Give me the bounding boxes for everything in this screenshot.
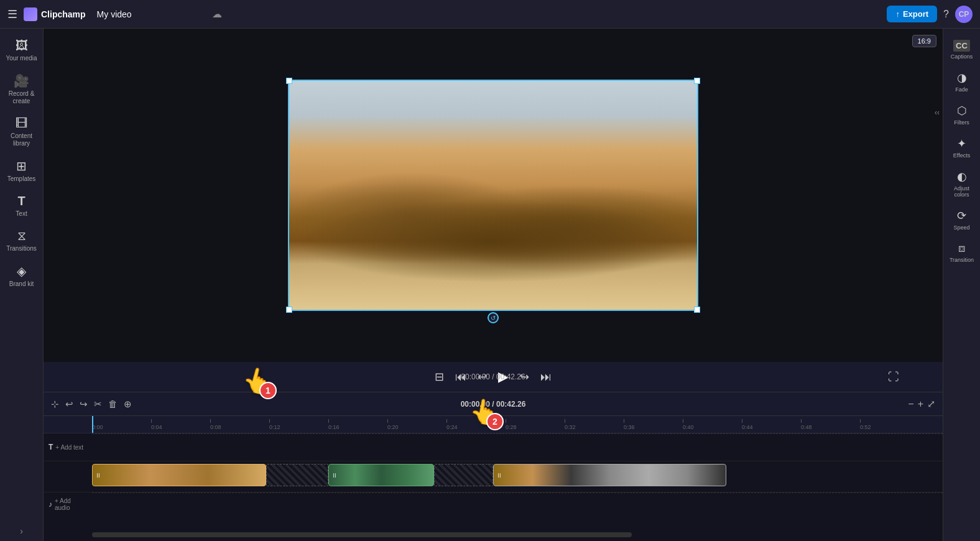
ruler-mark-16: 0:16 <box>328 424 387 430</box>
video-track-row: ⏸ ⏸ ⏸ 🗑 Delete this gap <box>44 461 943 492</box>
timeline-tracks: T + Add text ⏸ <box>44 433 943 529</box>
clip1-pause-icon[interactable]: ⏸ <box>95 472 101 479</box>
avatar[interactable]: CP <box>955 6 973 23</box>
your-media-icon: 🖼 <box>16 39 28 53</box>
sidebar-item-content-library[interactable]: 🎞 Content library <box>2 111 42 152</box>
text-icon: T <box>17 194 25 208</box>
captions-icon: CC <box>953 40 970 52</box>
your-media-label: Your media <box>6 55 37 62</box>
sidebar-item-record-create[interactable]: 🎥 Record & create <box>2 68 42 110</box>
right-item-transition[interactable]: ⧈ Transition <box>945 237 979 268</box>
add-to-timeline-icon[interactable]: ⊕ <box>124 399 132 410</box>
templates-icon: ⊞ <box>16 159 27 173</box>
clip3-pause-icon[interactable]: ⏸ <box>496 472 502 479</box>
right-item-captions[interactable]: CC Captions <box>945 35 979 65</box>
text-track-content <box>92 433 943 461</box>
help-icon[interactable]: ? <box>943 9 949 20</box>
ruler-mark-20: 0:20 <box>387 424 446 430</box>
controls-bar: ⊟ ⏮ ↩ ▶ ↪ ⏭ 00:00.00 / 00:42.26 ⛶ <box>44 362 943 392</box>
video-preview <box>289 81 697 310</box>
filters-label: Filters <box>954 119 969 126</box>
handle-top-right[interactable] <box>694 78 700 84</box>
delete-icon[interactable]: 🗑 <box>108 399 118 409</box>
handle-bottom-right[interactable] <box>694 307 700 313</box>
center-area: 16:9 ⊟ ⏮ ↩ ▶ ↪ ⏭ 00:00.00 / 00:42.26 ⛶ <box>44 29 943 541</box>
undo-icon[interactable]: ↩ <box>65 399 73 410</box>
ruler-mark-32: 0:32 <box>565 424 624 430</box>
clip2-pause-icon[interactable]: ⏸ <box>331 472 338 479</box>
export-button[interactable]: ↑ Export <box>887 6 937 22</box>
video-track-content: ⏸ ⏸ ⏸ 🗑 Delete this gap <box>92 461 943 492</box>
time-display: 00:00.00 / 00:42.26 <box>461 372 525 381</box>
video-frame <box>288 80 698 311</box>
right-item-effects[interactable]: ✦ Effects <box>945 132 979 164</box>
speed-label: Speed <box>953 224 969 231</box>
sidebar-item-your-media[interactable]: 🖼 Your media <box>2 34 42 67</box>
audio-track-icon: ♪ <box>49 500 52 509</box>
timeline-scrollbar[interactable] <box>92 532 632 537</box>
right-item-speed[interactable]: ⟳ Speed <box>945 204 979 236</box>
playhead[interactable] <box>92 416 93 433</box>
text-label: Text <box>16 210 27 218</box>
gap-1[interactable] <box>266 464 328 486</box>
transitions-label: Transitions <box>6 245 37 252</box>
zoom-in-button[interactable]: + <box>918 399 923 410</box>
sidebar-item-brand-kit[interactable]: ◈ Brand kit <box>2 259 42 293</box>
rotate-handle[interactable] <box>488 312 499 323</box>
ruler-mark-52: 0:52 <box>860 424 919 430</box>
ruler-mark-40: 0:40 <box>683 424 742 430</box>
video-clip-1[interactable]: ⏸ <box>92 464 266 486</box>
sidebar-item-transitions[interactable]: ⧖ Transitions <box>2 224 42 257</box>
ruler-mark-24: 0:24 <box>446 424 506 430</box>
sidebar-item-templates[interactable]: ⊞ Templates <box>2 154 42 188</box>
fit-timeline-button[interactable]: ⤢ <box>927 398 935 410</box>
video-clip-3[interactable]: ⏸ <box>493 464 726 486</box>
text-track-icon: T <box>49 443 53 451</box>
brand-kit-label: Brand kit <box>9 280 34 288</box>
text-track-row: T + Add text <box>44 433 943 461</box>
fullscreen-button[interactable]: ⛶ <box>888 371 899 384</box>
ruler-marks: 0:00 0:04 0:08 0:12 0:16 0:20 0:24 0:28 … <box>92 424 943 430</box>
ruler-mark-4: 0:04 <box>151 424 210 430</box>
sidebar-expand-icon[interactable]: › <box>20 526 23 536</box>
zoom-out-button[interactable]: − <box>908 399 913 410</box>
right-item-fade[interactable]: ◑ Fade <box>945 66 979 98</box>
record-create-label: Record & create <box>6 90 38 105</box>
select-tool-icon[interactable]: ⊹ <box>51 399 59 410</box>
video-title-input[interactable] <box>97 9 206 19</box>
sidebar-item-text[interactable]: T Text <box>2 189 42 223</box>
add-audio-label[interactable]: + Add audio <box>55 497 87 511</box>
effects-icon: ✦ <box>957 137 966 150</box>
filters-icon: ⬡ <box>957 104 967 118</box>
transition-icon: ⧈ <box>958 242 965 255</box>
right-item-filters[interactable]: ⬡ Filters <box>945 99 979 131</box>
video-clip-2[interactable]: ⏸ <box>328 464 434 486</box>
topbar-left: ☰ Clipchamp ☁ <box>7 7 222 21</box>
cut-icon[interactable]: ✂ <box>94 399 102 410</box>
brand-kit-icon: ◈ <box>17 264 26 279</box>
right-item-adjust-colors[interactable]: ◐ Adjust colors <box>945 165 979 203</box>
subtitle-toggle-button[interactable]: ⊟ <box>435 370 444 384</box>
gap-2[interactable] <box>434 464 493 486</box>
left-sidebar: 🖼 Your media 🎥 Record & create 🎞 Content… <box>0 29 44 541</box>
handle-top-left[interactable] <box>286 78 292 84</box>
preview-area: 16:9 <box>44 29 943 362</box>
content-library-icon: 🎞 <box>16 116 28 131</box>
redo-icon[interactable]: ↪ <box>80 399 88 410</box>
timeline-area: ⊹ ↩ ↪ ✂ 🗑 ⊕ 00:00.00 / 00:42.26 − + ⤢ 0:… <box>44 392 943 541</box>
timeline-ruler: 0:00 0:04 0:08 0:12 0:16 0:20 0:24 0:28 … <box>44 416 943 433</box>
fade-icon: ◑ <box>957 71 967 85</box>
handle-bottom-left[interactable] <box>286 307 292 313</box>
hamburger-menu-icon[interactable]: ☰ <box>7 7 17 21</box>
timeline-toolbar: ⊹ ↩ ↪ ✂ 🗑 ⊕ 00:00.00 / 00:42.26 − + ⤢ <box>44 392 943 416</box>
captions-label: Captions <box>951 53 973 60</box>
app-name: Clipchamp <box>41 9 86 19</box>
add-text-label[interactable]: + Add text <box>55 444 83 451</box>
templates-label: Templates <box>7 175 36 183</box>
right-sidebar-collapse-icon[interactable]: ‹‹ <box>935 108 940 117</box>
export-icon: ↑ <box>895 9 900 19</box>
transition-label: Transition <box>950 257 974 263</box>
skip-to-end-button[interactable]: ⏭ <box>540 371 552 384</box>
export-label: Export <box>903 9 928 19</box>
ruler-mark-8: 0:08 <box>210 424 269 430</box>
